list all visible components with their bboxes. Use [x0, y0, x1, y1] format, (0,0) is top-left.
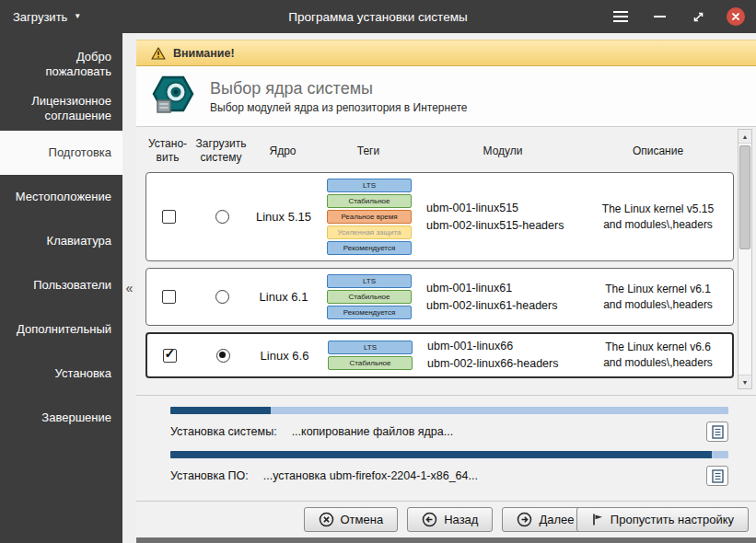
back-icon [422, 512, 437, 527]
install-checkbox[interactable] [163, 349, 177, 363]
warning-banner: Внимание! [136, 40, 756, 66]
window-body: Добро пожаловать Лицензионное соглашение… [0, 33, 756, 543]
software-progress-fill [170, 451, 712, 458]
software-progress-bar [170, 451, 728, 458]
installer-window: Загрузить ▼ Программа установки системы [0, 0, 756, 543]
sidebar-item-installation[interactable]: Установка [0, 352, 122, 396]
kernel-table: Устано- вить Загрузить систему Ядро Теги… [136, 127, 756, 395]
kernel-table-header: Устано- вить Загрузить систему Ядро Теги… [145, 129, 734, 172]
titlebar: Загрузить ▼ Программа установки системы [0, 0, 756, 33]
tag-lts: LTS [327, 179, 412, 192]
kernel-row-linux-66[interactable]: Linux 6.6 LTS Стабильное ubm-001-linux66… [145, 332, 734, 378]
install-checkbox[interactable] [162, 290, 176, 304]
column-header-kernel: Ядро [252, 144, 313, 158]
software-progress-label: Установка ПО: [170, 469, 249, 482]
system-progress-line: Установка системы: ...копирование файлов… [170, 422, 728, 442]
install-checkbox[interactable] [162, 210, 176, 224]
window-resize-edge [136, 537, 756, 543]
tag-lts: LTS [328, 341, 413, 354]
maximize-button[interactable] [688, 6, 708, 27]
sidebar-item-preparation[interactable]: Подготовка [0, 131, 122, 175]
row-description: The Linux kernel v5.15 and modules\,head… [583, 202, 733, 233]
tag-recommended: Рекомендуется [327, 241, 412, 255]
column-header-modules: Модули [424, 144, 582, 158]
app-logo [149, 75, 197, 119]
boot-radio[interactable] [215, 210, 229, 224]
back-button[interactable]: Назад [407, 507, 493, 532]
flag-icon [591, 513, 604, 526]
sidebar-collapse-handle[interactable]: « [122, 33, 136, 543]
tag-lts: LTS [327, 274, 412, 288]
skip-setup-button[interactable]: Пропустить настройку [576, 507, 749, 532]
sidebar-item-additional[interactable]: Дополнительный [0, 307, 122, 352]
main-content: Внимание! Выбор ядра системы Выбор модул… [136, 33, 756, 543]
cancel-button[interactable]: Отмена [304, 507, 399, 532]
boot-radio[interactable] [215, 290, 229, 304]
scrollbar-thumb[interactable] [739, 145, 750, 249]
kernel-name: Linux 6.1 [253, 290, 314, 304]
download-menu-label: Загрузить [13, 10, 67, 24]
log-icon [712, 469, 724, 483]
tag-stable: Стабильное [328, 356, 413, 370]
arrow-up-icon: ▲ [742, 133, 749, 140]
download-menu-button[interactable]: Загрузить ▼ [0, 0, 94, 33]
scroll-up-button[interactable]: ▲ [739, 130, 751, 144]
tag-realtime: Реальное время [327, 210, 412, 224]
table-scrollbar[interactable]: ▲ ▼ [738, 129, 752, 389]
close-button[interactable] [727, 7, 745, 26]
system-progress-bar [170, 407, 728, 414]
column-header-install: Устано- вить [145, 137, 190, 165]
collapse-chevron-icon: « [126, 281, 134, 295]
tag-stable: Стабильное [327, 290, 412, 304]
tag-stable: Стабильное [327, 194, 412, 208]
tags-cell: LTS Стабильное Реальное время Усиленная … [314, 177, 425, 257]
sidebar-item-finish[interactable]: Завершение [0, 396, 122, 440]
next-label: Далее [539, 513, 574, 526]
progress-section: Установка системы: ...копирование файлов… [136, 395, 756, 501]
system-log-button[interactable] [706, 422, 728, 442]
tag-recommended: Рекомендуется [327, 306, 412, 319]
next-icon [517, 512, 532, 527]
minimize-button[interactable] [649, 6, 669, 27]
system-progress-fill [170, 407, 271, 414]
page-subtitle: Выбор модулей ядра из репозитория в Инте… [210, 101, 467, 114]
cancel-icon [319, 512, 334, 527]
system-progress-label: Установка системы: [170, 425, 277, 438]
maximize-icon [692, 10, 705, 24]
row-description: The Linux kernel v6.1 and modules\,heade… [583, 282, 733, 313]
column-header-description: Описание [582, 144, 734, 158]
skip-label: Пропустить настройку [611, 513, 734, 526]
sidebar: Добро пожаловать Лицензионное соглашение… [0, 33, 122, 543]
kernel-table-body: Устано- вить Загрузить систему Ядро Теги… [145, 129, 734, 389]
sidebar-item-users[interactable]: Пользователи [0, 263, 122, 307]
hamburger-icon [613, 11, 628, 22]
modules-list: ubm-001-linux61 ubm-002-linux61-headers [425, 280, 583, 315]
page-header: Выбор ядра системы Выбор модулей ядра из… [136, 66, 756, 127]
page-header-text: Выбор ядра системы Выбор модулей ядра из… [210, 79, 467, 114]
tags-cell: LTS Стабильное Рекомендуется [314, 272, 425, 321]
log-icon [712, 425, 724, 439]
caret-down-icon: ▼ [74, 13, 81, 20]
page-title: Выбор ядра системы [210, 79, 467, 98]
kernel-name: Linux 6.6 [254, 349, 315, 363]
row-description: The Linux kernel v6.6 and modules\,heade… [584, 340, 732, 371]
tag-hardened: Усиленная защита [327, 225, 412, 239]
column-header-boot: Загрузить систему [190, 137, 252, 165]
sidebar-item-welcome[interactable]: Добро пожаловать [0, 42, 122, 87]
modules-list: ubm-001-linux66 ubm-002-linux66-headers [425, 338, 584, 373]
scrollbar-track[interactable] [739, 144, 751, 375]
software-progress-line: Установка ПО: ...установка ubm-firefox-2… [170, 466, 728, 486]
sidebar-item-keyboard[interactable]: Клавиатура [0, 219, 122, 263]
hamburger-menu-button[interactable] [611, 6, 631, 27]
sidebar-item-location[interactable]: Местоположение [0, 175, 122, 219]
system-progress-status: ...копирование файлов ядра... [292, 425, 454, 438]
kernel-row-linux-515[interactable]: Linux 5.15 LTS Стабильное Реальное время… [145, 172, 734, 261]
software-log-button[interactable] [706, 466, 728, 486]
scroll-down-button[interactable]: ▼ [739, 375, 751, 388]
tags-cell: LTS Стабильное [315, 339, 425, 372]
back-label: Назад [444, 513, 478, 526]
boot-radio[interactable] [216, 349, 230, 363]
sidebar-item-license[interactable]: Лицензионное соглашение [0, 87, 122, 131]
kernel-row-linux-61[interactable]: Linux 6.1 LTS Стабильное Рекомендуется u… [145, 268, 734, 326]
kernel-name: Linux 5.15 [253, 210, 314, 224]
